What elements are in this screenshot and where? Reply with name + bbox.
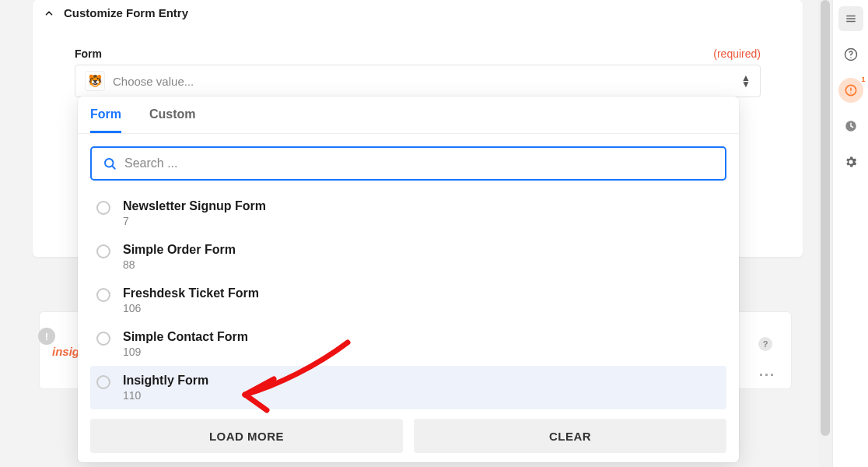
option-label: Simple Contact Form (123, 330, 248, 344)
option-simple-order[interactable]: Simple Order Form 88 (90, 235, 726, 279)
dropdown-search[interactable] (90, 146, 726, 181)
option-insightly[interactable]: Insightly Form 110 (90, 366, 726, 409)
radio-icon (96, 201, 110, 215)
option-label: Newsletter Signup Form (123, 199, 266, 213)
radio-icon (96, 288, 110, 302)
alert-icon[interactable]: 1 (838, 78, 863, 103)
search-input[interactable] (124, 156, 714, 170)
dropdown-button-row: LOAD MORE CLEAR (78, 419, 739, 453)
scrollbar-track[interactable] (818, 0, 832, 467)
tab-custom[interactable]: Custom (149, 107, 196, 133)
option-id: 106 (123, 302, 259, 314)
clock-icon[interactable] (838, 114, 863, 139)
alert-badge: 1 (861, 75, 865, 83)
option-label: Insightly Form (123, 374, 208, 388)
svg-line-1 (112, 166, 114, 168)
required-indicator: (required) (713, 47, 761, 60)
select-arrows-icon: ▲▼ (741, 75, 751, 87)
dropdown-tabs: Form Custom (78, 97, 739, 134)
form-select-placeholder: Choose value... (113, 75, 194, 88)
option-id: 110 (123, 389, 208, 402)
chevron-up-icon (44, 8, 54, 19)
tab-form[interactable]: Form (90, 107, 121, 133)
form-select[interactable]: 🐯 Choose value... ▲▼ (75, 65, 761, 97)
section-title: Customize Form Entry (64, 6, 188, 19)
option-id: 7 (123, 215, 266, 227)
warning-icon: ! (38, 328, 55, 345)
radio-icon (96, 244, 110, 258)
clear-button[interactable]: CLEAR (414, 419, 726, 453)
field-label-row: Form (required) (33, 19, 803, 65)
radio-icon (96, 332, 110, 346)
customize-section-header[interactable]: Customize Form Entry (33, 0, 803, 19)
help-icon[interactable]: ? (758, 337, 772, 351)
option-newsletter[interactable]: Newsletter Signup Form 7 (90, 191, 726, 235)
svg-point-9 (850, 93, 852, 94)
search-icon (103, 156, 117, 170)
radio-icon (96, 375, 110, 389)
settings-icon[interactable] (838, 149, 863, 174)
option-freshdesk[interactable]: Freshdesk Ticket Form 106 (90, 279, 726, 322)
option-simple-contact[interactable]: Simple Contact Form 109 (90, 322, 726, 366)
option-id: 109 (123, 346, 248, 358)
load-more-button[interactable]: LOAD MORE (90, 419, 403, 453)
option-label: Freshdesk Ticket Form (123, 286, 259, 300)
app-icon: 🐯 (85, 71, 105, 91)
svg-point-6 (850, 57, 852, 58)
brand-logo: insig (52, 345, 79, 358)
dropdown-options: Newsletter Signup Form 7 Simple Order Fo… (78, 188, 739, 419)
form-field-label: Form (75, 47, 102, 60)
option-id: 88 (123, 258, 236, 271)
scrollbar-thumb[interactable] (821, 0, 830, 436)
side-rail: 1 (832, 0, 868, 467)
form-dropdown-popover: Form Custom Newsletter Signup Form 7 Sim… (78, 97, 739, 462)
help-icon[interactable] (838, 42, 863, 67)
menu-icon[interactable] (838, 6, 863, 31)
option-label: Simple Order Form (123, 243, 236, 257)
more-menu[interactable]: ... (759, 363, 775, 380)
